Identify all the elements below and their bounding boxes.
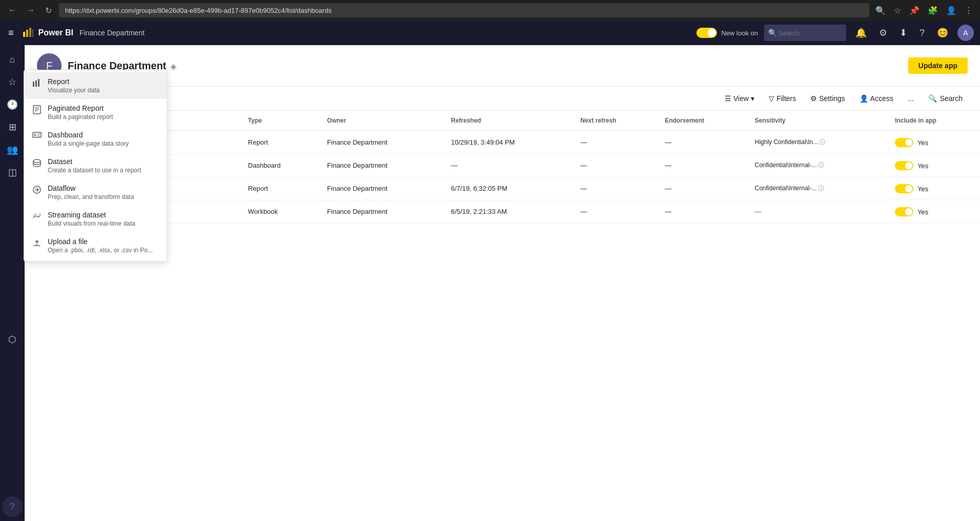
- browser-zoom-icon[interactable]: 🔍: [873, 4, 888, 17]
- view-icon: ☰: [725, 94, 731, 103]
- sidebar-item-home[interactable]: ⌂: [2, 49, 23, 70]
- row-owner-2: Finance Department: [319, 177, 443, 200]
- sidebar-item-shared[interactable]: 👥: [2, 139, 23, 160]
- menu-item-paginated-report[interactable]: Paginated Report Build a paginated repor…: [24, 99, 167, 126]
- menu-item-report[interactable]: Report Visualize your data: [24, 72, 167, 99]
- menu-title-report: Report: [48, 77, 99, 86]
- sidebar-item-apps[interactable]: ⊞: [2, 117, 23, 137]
- menu-item-upload-file[interactable]: Upload a file Open a .pbix, .rdl, .xlsx,…: [24, 232, 167, 259]
- access-action[interactable]: 👤 Access: [854, 91, 898, 106]
- access-person-icon: 👤: [859, 94, 868, 103]
- row-refreshed-1: —: [443, 154, 572, 177]
- settings-action[interactable]: ⚙ Settings: [805, 91, 850, 106]
- menu-item-streaming-dataset[interactable]: Streaming dataset Build visuals from rea…: [24, 206, 167, 232]
- menu-title-streaming-dataset: Streaming dataset: [48, 211, 135, 219]
- row-endorsement-0: —: [656, 131, 746, 154]
- url-bar[interactable]: [59, 3, 869, 17]
- menu-item-dataflow[interactable]: Dataflow Prep, clean, and transform data: [24, 179, 167, 206]
- menu-title-dataflow: Dataflow: [48, 184, 134, 192]
- row-next-refresh-3: —: [572, 200, 657, 223]
- browser-star-icon[interactable]: ☆: [892, 4, 903, 17]
- menu-title-upload-file: Upload a file: [48, 237, 153, 246]
- content-area: F Finance Department ◈ Update app + New …: [25, 45, 980, 521]
- menu-icon-dashboard: [32, 132, 42, 144]
- sensitivity-info-icon-0[interactable]: ⓘ: [819, 138, 825, 146]
- browser-profile-icon[interactable]: 👤: [944, 4, 958, 17]
- new-look-label: New look on: [721, 29, 758, 37]
- browser-menu-icon[interactable]: ⋮: [963, 4, 975, 17]
- row-sensitivity-0: Highly Confidential\In...ⓘ: [747, 131, 887, 154]
- help-icon[interactable]: ?: [916, 26, 928, 41]
- svg-rect-4: [33, 82, 34, 87]
- menu-icon-report: [32, 78, 42, 90]
- include-toggle-1[interactable]: [895, 161, 913, 170]
- menu-title-dataset: Dataset: [48, 157, 141, 166]
- sensitivity-info-icon-2[interactable]: ⓘ: [818, 185, 824, 192]
- new-dropdown-menu: Report Visualize your data Paginated Rep…: [24, 70, 167, 262]
- hamburger-menu-icon[interactable]: ≡: [6, 26, 16, 41]
- content-table: Name Type Owner Refreshed Next refresh E…: [25, 111, 980, 224]
- nav-refresh-button[interactable]: ↻: [42, 4, 55, 17]
- nav-forward-button[interactable]: →: [24, 4, 38, 17]
- browser-extensions-icon[interactable]: 🧩: [926, 4, 940, 17]
- download-icon[interactable]: ⬇: [896, 25, 910, 41]
- sidebar-item-workspaces[interactable]: ◫: [2, 162, 23, 183]
- sidebar-item-ask[interactable]: ?: [2, 496, 23, 517]
- table-row: ⊡ Finance Dashboard Dashboard Finance De…: [25, 154, 980, 177]
- row-owner-0: Finance Department: [319, 131, 443, 154]
- view-chevron-icon: ▾: [751, 94, 754, 103]
- sidebar-item-datasets[interactable]: ⬡: [2, 329, 23, 350]
- sidebar-item-recent[interactable]: 🕐: [2, 94, 23, 115]
- access-label: Access: [870, 94, 893, 103]
- filters-action[interactable]: ▽ Filters: [764, 91, 801, 106]
- table-row: 📋 Finance Workbook Workbook Finance Depa…: [25, 200, 980, 223]
- svg-rect-6: [38, 79, 39, 87]
- include-toggle-0[interactable]: [895, 138, 913, 147]
- more-label: ...: [908, 94, 914, 103]
- update-app-button[interactable]: Update app: [908, 57, 968, 74]
- col-owner: Owner: [319, 111, 443, 131]
- row-owner-3: Finance Department: [319, 200, 443, 223]
- new-look-toggle-switch[interactable]: [696, 28, 717, 38]
- search-label: Search: [940, 94, 963, 103]
- sensitivity-info-icon-1[interactable]: ⓘ: [818, 162, 824, 169]
- menu-subtitle-upload-file: Open a .pbix, .rdl, .xlsx, or .csv in Po…: [48, 247, 153, 254]
- row-include-0: Yes: [887, 131, 980, 154]
- menu-item-dataset[interactable]: Dataset Create a dataset to use in a rep…: [24, 152, 167, 179]
- row-include-3: Yes: [887, 200, 980, 223]
- row-type-2: Report: [240, 177, 319, 200]
- notification-icon[interactable]: 🔔: [852, 25, 870, 41]
- row-next-refresh-2: —: [572, 177, 657, 200]
- view-action[interactable]: ☰ View ▾: [719, 91, 759, 106]
- include-toggle-2[interactable]: [895, 184, 913, 193]
- menu-item-dashboard[interactable]: Dashboard Build a single-page data story: [24, 126, 167, 152]
- browser-chrome: ← → ↻ 🔍 ☆ 📌 🧩 👤 ⋮: [0, 0, 980, 21]
- more-action[interactable]: ...: [903, 91, 919, 106]
- user-avatar[interactable]: A: [957, 25, 974, 41]
- feedback-icon[interactable]: 😊: [934, 25, 951, 41]
- row-type-0: Report: [240, 131, 319, 154]
- row-include-2: Yes: [887, 177, 980, 200]
- menu-title-paginated-report: Paginated Report: [48, 104, 113, 112]
- workspace-network-icon: ◈: [170, 62, 176, 71]
- search-action[interactable]: 🔍 Search: [923, 91, 968, 106]
- row-refreshed-2: 6/7/19, 6:32:05 PM: [443, 177, 572, 200]
- row-sensitivity-3: —: [747, 200, 887, 223]
- nav-back-button[interactable]: ←: [5, 4, 19, 17]
- row-endorsement-2: —: [656, 177, 746, 200]
- row-endorsement-3: —: [656, 200, 746, 223]
- app-name-label: Power BI: [38, 28, 73, 37]
- row-sensitivity-1: Confidential\Internal-...ⓘ: [747, 154, 887, 177]
- row-endorsement-1: —: [656, 154, 746, 177]
- workspace-header: F Finance Department ◈ Update app: [25, 45, 980, 87]
- browser-bookmark-icon[interactable]: 📌: [907, 4, 922, 17]
- col-type: Type: [240, 111, 319, 131]
- settings-label: Settings: [819, 94, 845, 103]
- include-toggle-3[interactable]: [895, 207, 913, 216]
- col-sensitivity: Sensitivity: [747, 111, 887, 131]
- sidebar-item-favorites[interactable]: ☆: [2, 72, 23, 92]
- row-next-refresh-0: —: [572, 131, 657, 154]
- settings-icon[interactable]: ⚙: [876, 25, 890, 41]
- content-table-container: Name Type Owner Refreshed Next refresh E…: [25, 111, 980, 521]
- filter-icon: ▽: [769, 94, 774, 103]
